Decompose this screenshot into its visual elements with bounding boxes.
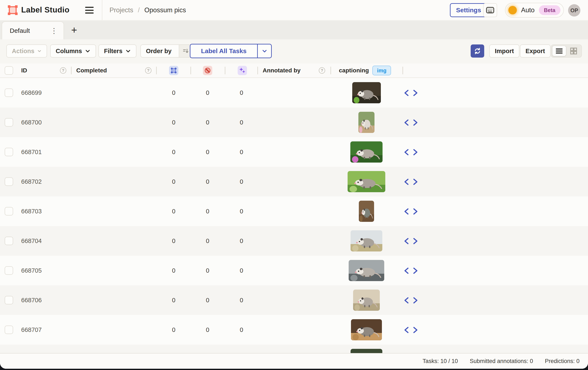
- task-source-icon[interactable]: [403, 267, 419, 274]
- task-thumbnail[interactable]: [347, 171, 385, 192]
- task-thumbnail[interactable]: [351, 230, 382, 251]
- img-type-badge[interactable]: img: [372, 66, 391, 75]
- row-checkbox[interactable]: [5, 266, 13, 275]
- tab-default[interactable]: Default ⋮: [2, 21, 64, 39]
- label-all-tasks-caret[interactable]: [257, 44, 271, 58]
- task-thumbnail[interactable]: [350, 141, 383, 163]
- auto-mode-toggle[interactable]: Auto Beta: [505, 3, 564, 18]
- row-checkbox[interactable]: [5, 118, 13, 127]
- cancelled-count: 0: [201, 226, 214, 256]
- predictions-count: 0: [235, 196, 248, 226]
- row-checkbox[interactable]: [5, 89, 13, 97]
- toolbar: Actions Columns Filters Order by Label A…: [0, 39, 588, 63]
- task-thumbnail[interactable]: [353, 289, 380, 311]
- table-row: 668701 0 0 0: [0, 137, 588, 167]
- task-source-icon[interactable]: [403, 208, 419, 215]
- order-by-button[interactable]: Order by: [140, 44, 192, 58]
- column-header-completed[interactable]: Completed: [76, 63, 107, 77]
- column-resize-handle[interactable]: [190, 67, 191, 74]
- label-studio-logo-icon[interactable]: [8, 5, 18, 15]
- add-tab-button[interactable]: +: [68, 24, 80, 36]
- column-resize-handle[interactable]: [225, 67, 225, 74]
- row-checkbox[interactable]: [5, 148, 13, 156]
- user-avatar[interactable]: OP: [568, 4, 580, 17]
- annotations-count: 0: [167, 78, 180, 108]
- task-source-icon[interactable]: [403, 237, 419, 245]
- breadcrumb-current-project: Opossum pics: [145, 6, 186, 14]
- cancelled-count: 0: [201, 137, 214, 167]
- task-thumbnail[interactable]: [358, 112, 375, 133]
- column-resize-handle[interactable]: [402, 67, 403, 74]
- annotations-count: 0: [167, 137, 180, 167]
- actions-dropdown[interactable]: Actions: [6, 44, 47, 58]
- annotations-count: 0: [167, 285, 180, 315]
- task-id: 668707: [21, 315, 42, 345]
- task-thumbnail[interactable]: [352, 82, 381, 103]
- breadcrumb-projects[interactable]: Projects: [109, 6, 133, 14]
- annotations-count: 0: [167, 256, 180, 285]
- task-id: 668701: [21, 137, 42, 167]
- auto-label: Auto: [521, 6, 535, 14]
- column-header-predictions-icon[interactable]: [238, 66, 247, 75]
- task-thumbnail[interactable]: [359, 201, 374, 222]
- column-resize-handle[interactable]: [257, 67, 258, 74]
- column-resize-handle[interactable]: [71, 67, 72, 74]
- cancelled-count: 0: [201, 285, 214, 315]
- grid-view-icon: [570, 47, 577, 55]
- predictions-count: 0: [235, 315, 248, 345]
- select-all-checkbox[interactable]: [5, 66, 13, 75]
- help-icon[interactable]: ?: [145, 67, 151, 74]
- row-checkbox[interactable]: [5, 207, 13, 216]
- column-header-captioning[interactable]: captioning: [339, 63, 369, 77]
- help-icon[interactable]: ?: [60, 67, 66, 74]
- label-all-tasks-button[interactable]: Label All Tasks: [190, 44, 257, 58]
- task-source-icon[interactable]: [403, 297, 419, 304]
- column-header-annotated-by[interactable]: Annotated by: [263, 63, 301, 77]
- import-button[interactable]: Import: [489, 44, 519, 58]
- grid-view-button[interactable]: [567, 46, 580, 56]
- task-id: 668705: [21, 256, 42, 285]
- hamburger-menu-icon[interactable]: [85, 6, 94, 14]
- refresh-button[interactable]: [471, 44, 484, 58]
- settings-button[interactable]: Settings: [450, 3, 487, 17]
- column-header-id[interactable]: ID: [21, 63, 27, 77]
- table-row: 668704 0 0 0: [0, 226, 588, 256]
- columns-dropdown[interactable]: Columns: [50, 44, 96, 58]
- column-header-cancelled-icon[interactable]: [203, 66, 212, 75]
- column-resize-handle[interactable]: [156, 67, 157, 74]
- filters-dropdown[interactable]: Filters: [98, 44, 136, 58]
- task-source-icon[interactable]: [403, 149, 419, 156]
- predictions-count: 0: [235, 256, 248, 285]
- table-header: ID ? Completed ? Annota: [0, 63, 588, 78]
- task-source-icon[interactable]: [403, 89, 419, 96]
- task-source-icon[interactable]: [403, 119, 419, 126]
- task-id: 668699: [21, 78, 42, 108]
- help-icon[interactable]: ?: [319, 67, 325, 74]
- task-id: 668702: [21, 167, 42, 196]
- column-resize-handle[interactable]: [330, 67, 331, 74]
- row-checkbox[interactable]: [5, 237, 13, 245]
- predictions-count: 0: [235, 108, 248, 137]
- predictions-count: 0: [235, 78, 248, 108]
- cancelled-count: 0: [201, 78, 214, 108]
- row-checkbox[interactable]: [5, 326, 13, 334]
- keyboard-icon: [486, 7, 494, 14]
- annotations-count: 0: [167, 196, 180, 226]
- task-thumbnail[interactable]: [349, 260, 384, 281]
- task-source-icon[interactable]: [403, 326, 419, 334]
- column-header-annotations-icon[interactable]: [169, 66, 178, 75]
- task-id: 668703: [21, 196, 42, 226]
- list-view-button[interactable]: [552, 46, 566, 56]
- keyboard-shortcuts-button[interactable]: [483, 3, 497, 17]
- row-checkbox[interactable]: [5, 296, 13, 304]
- task-source-icon[interactable]: [403, 178, 419, 185]
- cancelled-count: 0: [201, 315, 214, 345]
- tab-options-kebab-icon[interactable]: ⋮: [50, 27, 58, 34]
- row-checkbox[interactable]: [5, 177, 13, 186]
- beta-badge: Beta: [539, 5, 560, 15]
- chevron-down-icon: [262, 48, 267, 54]
- refresh-icon: [474, 47, 481, 55]
- table-row: 668705 0 0 0: [0, 256, 588, 285]
- export-button[interactable]: Export: [520, 44, 550, 58]
- task-thumbnail[interactable]: [351, 319, 382, 340]
